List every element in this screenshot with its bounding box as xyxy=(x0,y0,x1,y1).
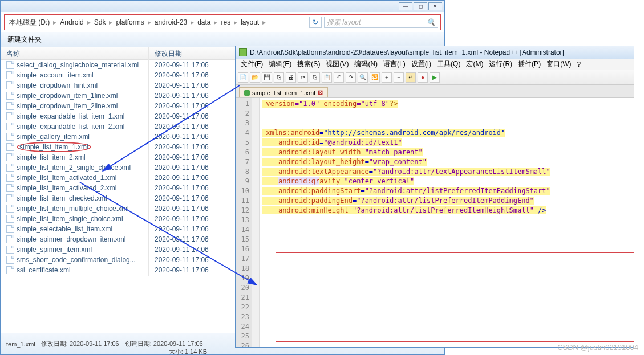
chevron-right-icon: ▸ xyxy=(189,18,195,26)
print-icon[interactable]: 🖨 xyxy=(286,72,296,83)
npp-toolbar: 📄 📂 💾 ⎘ 🖨 ✂ ⎘ 📋 ↶ ↷ 🔍 🔁 ＋ － ↵ ● ▶ xyxy=(236,70,634,85)
window-title: D:\Android\Sdk\platforms\android-23\data… xyxy=(250,48,630,56)
search-placeholder: 搜索 layout xyxy=(327,18,361,27)
file-icon xyxy=(6,123,14,130)
file-name: simple_list_item_1.xml xyxy=(17,142,91,152)
col-date-header[interactable]: 修改日期 xyxy=(149,47,229,59)
file-icon xyxy=(6,225,14,233)
npp-titlebar[interactable]: D:\Android\Sdk\platforms\android-23\data… xyxy=(236,46,634,59)
file-name: select_dialog_singlechoice_material.xml xyxy=(17,61,139,69)
file-icon xyxy=(6,235,14,243)
file-icon xyxy=(6,153,14,161)
open-icon[interactable]: 📂 xyxy=(250,72,260,83)
search-icon[interactable]: 🔍 xyxy=(427,18,435,26)
play-icon[interactable]: ▶ xyxy=(430,72,440,83)
file-icon xyxy=(6,61,14,69)
menu-item[interactable]: 窗口(W) xyxy=(544,59,574,69)
file-name: simple_dropdown_item_1line.xml xyxy=(17,92,118,100)
menu-item[interactable]: 搜索(S) xyxy=(294,59,323,69)
breadcrumb-item[interactable]: res xyxy=(218,18,233,26)
file-date: 2020-09-11 17:06 xyxy=(149,182,229,194)
save-all-icon[interactable]: ⎘ xyxy=(274,72,284,83)
code-editor[interactable]: 1234567891011121314151617181920212223242… xyxy=(236,97,634,347)
file-date: 2020-09-11 17:06 xyxy=(149,111,229,122)
file-icon xyxy=(6,174,14,182)
save-icon[interactable]: 💾 xyxy=(262,72,272,83)
notepadpp-window: D:\Android\Sdk\platforms\android-23\data… xyxy=(235,46,634,348)
file-date: 2020-09-11 17:06 xyxy=(149,172,229,183)
file-date: 2020-09-11 17:06 xyxy=(149,121,229,132)
col-name-header[interactable]: 名称 xyxy=(1,47,149,59)
file-icon xyxy=(6,92,14,100)
watermark: CSDN @justin02191004 xyxy=(557,343,638,352)
breadcrumb-item[interactable]: Sdk xyxy=(92,18,108,26)
search-input[interactable]: 搜索 layout 🔍 xyxy=(324,17,438,28)
menu-item[interactable]: 宏(M) xyxy=(463,59,486,69)
menu-item[interactable]: 语言(L) xyxy=(380,59,408,69)
file-icon xyxy=(6,133,14,141)
file-name: simple_list_item_activated_2.xml xyxy=(17,184,116,192)
file-date: 2020-09-11 17:06 xyxy=(149,162,229,173)
zoom-out-icon[interactable]: － xyxy=(394,72,404,83)
paste-icon[interactable]: 📋 xyxy=(322,72,332,83)
file-name: simple_gallery_item.xml xyxy=(17,133,90,141)
record-icon[interactable]: ● xyxy=(418,72,428,83)
copy-icon[interactable]: ⎘ xyxy=(310,72,320,83)
close-icon[interactable]: ✕ xyxy=(428,2,442,10)
redo-icon[interactable]: ↷ xyxy=(346,72,356,83)
cut-icon[interactable]: ✂ xyxy=(298,72,308,83)
find-icon[interactable]: 🔍 xyxy=(358,72,368,83)
breadcrumb-item[interactable]: android-23 xyxy=(152,18,189,26)
wrap-icon[interactable]: ↵ xyxy=(406,72,416,83)
file-date: 2020-09-11 17:06 xyxy=(149,152,229,163)
file-tab[interactable]: simple_list_item_1.xml ⊠ xyxy=(239,87,328,97)
status-file: tem_1.xml xyxy=(6,341,35,348)
menu-item[interactable]: ? xyxy=(574,60,584,68)
line-number-gutter: 1234567891011121314151617181920212223242… xyxy=(236,98,252,347)
menu-item[interactable]: 视图(V) xyxy=(323,59,351,69)
file-date: 2020-09-11 17:06 xyxy=(149,70,229,81)
menu-item[interactable]: 设置(I) xyxy=(408,59,434,69)
file-date: 2020-09-11 17:06 xyxy=(149,234,229,245)
maximize-icon[interactable]: ◻ xyxy=(414,2,427,10)
file-icon xyxy=(6,266,14,274)
file-date: 2020-09-11 17:06 xyxy=(149,59,229,71)
file-icon xyxy=(6,194,14,202)
replace-icon[interactable]: 🔁 xyxy=(370,72,380,83)
chevron-right-icon: ▸ xyxy=(147,18,152,26)
chevron-right-icon: ▸ xyxy=(108,18,114,26)
zoom-in-icon[interactable]: ＋ xyxy=(382,72,392,83)
menu-item[interactable]: 文件(F) xyxy=(238,59,266,69)
explorer-titlebar[interactable]: — ◻ ✕ xyxy=(1,1,444,12)
file-icon xyxy=(6,81,14,89)
file-icon xyxy=(6,205,14,213)
file-name: simple_account_item.xml xyxy=(17,71,94,79)
menu-item[interactable]: 编码(N) xyxy=(351,59,380,69)
file-name: simple_spinner_item.xml xyxy=(17,246,92,254)
menu-item[interactable]: 运行(R) xyxy=(486,59,515,69)
breadcrumb-item[interactable]: platforms xyxy=(114,18,146,26)
file-icon xyxy=(6,143,14,151)
file-name: simple_list_item_2.xml xyxy=(17,153,86,161)
file-date: 2020-09-11 17:06 xyxy=(149,203,229,214)
new-file-icon[interactable]: 📄 xyxy=(238,72,248,83)
file-name: sms_short_code_confirmation_dialog... xyxy=(17,256,136,264)
tab-close-icon[interactable]: ⊠ xyxy=(318,89,323,96)
new-folder-button[interactable]: 新建文件夹 xyxy=(7,35,42,44)
code-content[interactable]: version="1.0" encoding="utf-8"?> xmlns:a… xyxy=(260,98,634,347)
menu-item[interactable]: 工具(Q) xyxy=(434,59,463,69)
npp-menubar[interactable]: 文件(F)编辑(E)搜索(S)视图(V)编码(N)语言(L)设置(I)工具(Q)… xyxy=(236,59,634,70)
undo-icon[interactable]: ↶ xyxy=(334,72,344,83)
breadcrumb-item[interactable]: Android xyxy=(58,18,86,26)
breadcrumb-item[interactable]: layout xyxy=(238,18,261,26)
breadcrumb-item[interactable]: 本地磁盘 (D:) xyxy=(7,18,52,27)
file-date: 2020-09-11 17:06 xyxy=(149,90,229,101)
file-icon xyxy=(6,164,14,172)
menu-item[interactable]: 插件(P) xyxy=(515,59,544,69)
refresh-icon[interactable]: ↻ xyxy=(309,17,322,28)
breadcrumb-item[interactable]: data xyxy=(195,18,213,26)
file-icon xyxy=(6,256,14,264)
breadcrumb[interactable]: 本地磁盘 (D:)▸Android▸Sdk▸platforms▸android-… xyxy=(4,14,441,30)
minimize-icon[interactable]: — xyxy=(399,2,412,10)
menu-item[interactable]: 编辑(E) xyxy=(266,59,294,69)
